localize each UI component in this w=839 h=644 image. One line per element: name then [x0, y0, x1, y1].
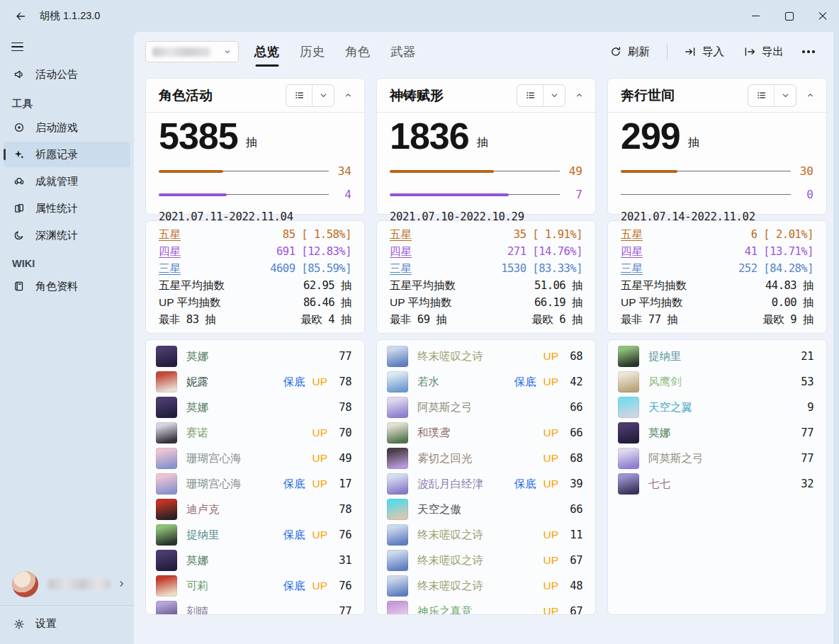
close-button[interactable] [806, 0, 839, 32]
list-item[interactable]: 七七 32 [618, 471, 813, 497]
sidebar-item-achievements[interactable]: 成就管理 [4, 169, 130, 194]
tab-weapons[interactable]: 武器 [390, 32, 415, 72]
collapse-button[interactable] [799, 85, 821, 106]
star-stat-link[interactable]: 五星 [390, 226, 412, 243]
achievement-icon [13, 176, 25, 187]
list-item[interactable]: 和璞鸢 UP 66 [387, 420, 582, 446]
list-item[interactable]: 妮露 保底UP 78 [156, 369, 351, 395]
list-item[interactable]: 天空之翼 9 [618, 395, 813, 420]
sidebar-item-attribute-stats[interactable]: 属性统计 [4, 196, 130, 221]
star-stat-value: 252 [84.28%] [738, 260, 813, 277]
card-stats-box: 五星 6 [ 2.01%] 四星 41 [13.71%] 三星 252 [84.… [607, 220, 827, 334]
item-pull-count: 17 [327, 478, 351, 490]
tab-overview[interactable]: 总览 [254, 32, 279, 72]
list-item[interactable]: 提纳里 保底UP 76 [156, 522, 351, 548]
settings-label: 设置 [35, 617, 57, 631]
list-item[interactable]: 刻晴 77 [156, 599, 351, 615]
sidebar-item-announcements[interactable]: 活动公告 [4, 62, 130, 87]
average-stat-value: 51.06 抽 [534, 277, 582, 294]
sidebar-item-abyss-stats[interactable]: 深渊统计 [4, 222, 130, 248]
star-stat-value: 1530 [83.33%] [501, 260, 582, 277]
toolbar-actions: 刷新导入导出 [603, 41, 821, 63]
up-badge: UP [312, 375, 327, 388]
item-pull-count: 68 [558, 452, 582, 465]
chevron-down-icon[interactable] [312, 85, 334, 106]
more-button[interactable] [796, 41, 821, 62]
extreme-stat-row: 最非 77 抽 最欧 9 抽 [621, 311, 813, 328]
list-item[interactable]: 迪卢克 78 [156, 497, 351, 522]
list-item[interactable]: 莫娜 31 [156, 548, 351, 573]
item-name: 珊瑚宫心海 [186, 451, 305, 466]
star-stat-link[interactable]: 三星 [621, 260, 643, 277]
item-pull-count: 68 [558, 350, 582, 363]
list-item[interactable]: 莫娜 77 [618, 420, 813, 446]
collapse-button[interactable] [337, 85, 359, 106]
list-item[interactable]: 终末嗟叹之诗 UP 67 [387, 548, 582, 573]
back-button[interactable] [9, 6, 33, 27]
average-stat-row: UP 平均抽数 86.46 抽 [159, 294, 351, 311]
banner-card-2: 奔行世间 299 抽 30 [607, 78, 827, 615]
list-item[interactable]: 天空之傲 66 [387, 497, 582, 522]
star-stat-link[interactable]: 五星 [621, 226, 643, 243]
tab-history[interactable]: 历史 [300, 32, 325, 72]
list-item[interactable]: 终末嗟叹之诗 UP 48 [387, 573, 582, 599]
import-button[interactable]: 导入 [677, 41, 731, 63]
worst-pull-value: 最非 77 抽 [621, 311, 677, 328]
list-item[interactable]: 阿莫斯之弓 66 [387, 395, 582, 420]
export-button[interactable]: 导出 [737, 41, 791, 63]
extreme-stat-row: 最非 83 抽 最欧 4 抽 [159, 311, 351, 328]
item-name: 莫娜 [186, 553, 327, 568]
list-item[interactable]: 提纳里 21 [618, 344, 813, 369]
tab-characters[interactable]: 角色 [345, 32, 370, 72]
list-item[interactable]: 波乱月白经津 保底UP 39 [387, 471, 582, 497]
list-item[interactable]: 终末嗟叹之诗 UP 11 [387, 522, 582, 548]
star-stat-link[interactable]: 四星 [159, 243, 181, 260]
star-stat-link[interactable]: 三星 [159, 260, 181, 277]
refresh-button[interactable]: 刷新 [603, 41, 657, 63]
total-pulls-unit: 抽 [246, 135, 257, 150]
character-wiki-icon [13, 281, 25, 292]
star-stat-link[interactable]: 五星 [159, 226, 181, 243]
list-item[interactable]: 若水 保底UP 42 [387, 369, 582, 395]
uid-selector-dropdown[interactable] [145, 41, 239, 62]
up-badge: UP [543, 375, 558, 388]
list-item[interactable]: 莫娜 78 [156, 395, 351, 420]
maximize-button[interactable] [772, 0, 806, 32]
list-item[interactable]: 珊瑚宫心海 UP 49 [156, 446, 351, 471]
sidebar-item-settings[interactable]: 设置 [4, 607, 130, 640]
sidebar-item-character-wiki[interactable]: 角色资料 [4, 273, 130, 299]
card-summary-box: 奔行世间 299 抽 30 [607, 78, 827, 215]
average-stat-value: 66.19 抽 [534, 294, 582, 311]
list-icon[interactable] [748, 85, 774, 106]
list-item[interactable]: 珊瑚宫心海 保底UP 17 [156, 471, 351, 497]
list-item[interactable]: 莫娜 77 [156, 344, 351, 369]
user-account-row[interactable] [0, 564, 134, 604]
chevron-down-icon[interactable] [543, 85, 565, 106]
list-view-split-button[interactable] [517, 84, 565, 107]
item-name: 可莉 [186, 579, 276, 594]
list-item[interactable]: 风鹰剑 53 [618, 369, 813, 395]
sidebar-item-wish-records[interactable]: 祈愿记录 [4, 142, 130, 167]
chevron-down-icon[interactable] [774, 85, 796, 106]
pity-badge: 保底 [283, 375, 305, 390]
list-item[interactable]: 阿莫斯之弓 77 [618, 446, 813, 471]
list-view-split-button[interactable] [286, 84, 334, 107]
list-item[interactable]: 雾切之回光 UP 68 [387, 446, 582, 471]
best-pull-value: 最欧 4 抽 [301, 311, 352, 328]
nav-menu-button[interactable] [9, 36, 33, 57]
star-stat-link[interactable]: 三星 [390, 260, 412, 277]
collapse-button[interactable] [568, 85, 590, 106]
star-stat-link[interactable]: 四星 [621, 243, 643, 260]
star-stat-row: 五星 85 [ 1.58%] [159, 226, 351, 243]
list-item[interactable]: 神乐之真意 UP 67 [387, 599, 582, 615]
star-stat-link[interactable]: 四星 [390, 243, 412, 260]
item-name: 终末嗟叹之诗 [417, 528, 536, 543]
list-icon[interactable] [517, 85, 543, 106]
list-item[interactable]: 可莉 保底UP 76 [156, 573, 351, 599]
list-item[interactable]: 赛诺 UP 70 [156, 420, 351, 446]
list-item[interactable]: 终末嗟叹之诗 UP 68 [387, 344, 582, 369]
minimize-button[interactable] [739, 0, 772, 32]
list-view-split-button[interactable] [748, 84, 796, 107]
list-icon[interactable] [286, 85, 312, 106]
sidebar-item-launch-game[interactable]: 启动游戏 [4, 115, 130, 140]
